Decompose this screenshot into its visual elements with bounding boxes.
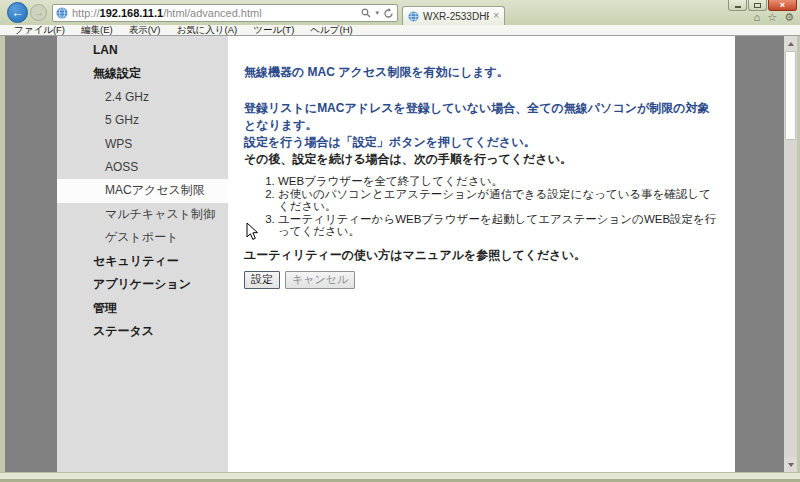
back-arrow-icon: ← — [11, 5, 24, 20]
tools-gear-icon[interactable]: ⚙ — [784, 11, 794, 23]
menu-file[interactable]: ファイル(F) — [6, 25, 73, 35]
sidebar-item-security[interactable]: セキュリティー — [57, 250, 228, 274]
browser-tab[interactable]: WXR-2533DHP - BUFFA... × — [402, 6, 505, 25]
favorites-star-icon[interactable]: ☆ — [767, 11, 777, 23]
address-bar[interactable]: http://192.168.11.1/html/advanced.html ▾ — [52, 4, 398, 22]
step-item-2: お使いのパソコンとエアステーションが通信できる設定になっている事を確認してくださ… — [278, 188, 721, 213]
sidebar-item-lan[interactable]: LAN — [57, 38, 228, 62]
sidebar-item-admin[interactable]: 管理 — [57, 297, 228, 321]
search-icon[interactable] — [361, 8, 371, 18]
paragraph-registration-warning: 登録リストにMACアドレスを登録していない場合、全ての無線パソコンが制限の対象と… — [244, 100, 721, 134]
refresh-icon[interactable] — [383, 8, 394, 19]
minimize-icon — [735, 6, 741, 8]
menu-help[interactable]: ヘルプ(H) — [302, 25, 360, 35]
back-button[interactable]: ← — [7, 2, 28, 23]
menu-tools[interactable]: ツール(T) — [245, 25, 302, 35]
window-controls: × — [728, 0, 797, 11]
sidebar-item-application[interactable]: アプリケーション — [57, 273, 228, 297]
sidebar-item-multicast-control[interactable]: マルチキャスト制御 — [57, 203, 228, 227]
sidebar-item-guest-port[interactable]: ゲストポート — [57, 226, 228, 250]
button-row: 設定 キャンセル — [244, 271, 721, 289]
sidebar-item-2-4ghz[interactable]: 2.4 GHz — [57, 85, 228, 109]
browser-navbar: ← → http://192.168.11.1/html/advanced.ht… — [0, 0, 800, 25]
scroll-down-icon[interactable] — [784, 457, 797, 472]
maximize-icon — [754, 3, 761, 8]
site-globe-icon — [56, 7, 68, 19]
paragraph-apply-instruction: 設定を行う場合は「設定」ボタンを押してください。 — [244, 134, 721, 151]
step-item-1: WEBブラウザーを全て終了してください。 — [278, 175, 721, 188]
sidebar-item-aoss[interactable]: AOSS — [57, 156, 228, 180]
paragraph-continue-instruction: その後、設定を続ける場合は、次の手順を行ってください。 — [244, 151, 721, 168]
vertical-scrollbar[interactable] — [784, 36, 797, 472]
close-icon: × — [780, 1, 785, 10]
menu-edit[interactable]: 編集(E) — [73, 25, 121, 35]
menu-bar: ファイル(F) 編集(E) 表示(V) お気に入り(A) ツール(T) ヘルプ(… — [0, 25, 800, 36]
forward-button[interactable]: → — [30, 4, 47, 21]
intro-text: 無線機器の MAC アクセス制限を有効にします。 — [244, 64, 721, 81]
note-text: ユーティリティーの使い方はマニュアルを参照してください。 — [244, 247, 721, 264]
tab-close-icon[interactable]: × — [493, 11, 499, 21]
sidebar-item-5ghz[interactable]: 5 GHz — [57, 109, 228, 133]
home-icon[interactable]: ⌂ — [754, 11, 761, 23]
cancel-button[interactable]: キャンセル — [285, 271, 355, 289]
forward-arrow-icon: → — [34, 7, 44, 18]
menu-favorites[interactable]: お気に入り(A) — [168, 25, 245, 35]
sidebar-item-wireless[interactable]: 無線設定 — [57, 62, 228, 86]
status-bar — [0, 472, 800, 482]
browser-window: ← → http://192.168.11.1/html/advanced.ht… — [0, 0, 800, 482]
tab-globe-icon — [408, 11, 419, 22]
scrollbar-thumb[interactable] — [785, 51, 796, 140]
main-content: 無線機器の MAC アクセス制限を有効にします。 登録リストにMACアドレスを登… — [228, 36, 735, 472]
apply-button[interactable]: 設定 — [244, 271, 280, 289]
address-controls: ▾ — [361, 8, 394, 19]
minimize-button[interactable] — [728, 0, 747, 11]
maximize-button[interactable] — [748, 0, 767, 11]
step-item-3: ユーティリティーからWEBブラウザーを起動してエアステーションのWEB設定を行っ… — [278, 213, 721, 238]
navigation-sidebar: LAN 無線設定 2.4 GHz 5 GHz WPS AOSS MACアクセス制… — [57, 36, 228, 472]
steps-list: WEBブラウザーを全て終了してください。 お使いのパソコンとエアステーションが通… — [244, 175, 721, 238]
sidebar-item-status[interactable]: ステータス — [57, 320, 228, 344]
scroll-up-icon[interactable] — [784, 36, 797, 51]
sidebar-item-mac-access-restriction[interactable]: MACアクセス制限 — [57, 179, 228, 203]
close-button[interactable]: × — [768, 0, 797, 11]
window-border-left — [0, 36, 5, 472]
chevron-down-icon[interactable]: ▾ — [375, 9, 379, 17]
tab-title: WXR-2533DHP - BUFFA... — [423, 11, 489, 22]
address-text: http://192.168.11.1/html/advanced.html — [72, 7, 361, 19]
browser-action-icons: ⌂ ☆ ⚙ — [754, 11, 794, 23]
menu-view[interactable]: 表示(V) — [121, 25, 169, 35]
mouse-cursor-icon — [246, 222, 259, 241]
sidebar-item-wps[interactable]: WPS — [57, 132, 228, 156]
router-admin-page: LAN 無線設定 2.4 GHz 5 GHz WPS AOSS MACアクセス制… — [0, 36, 800, 472]
